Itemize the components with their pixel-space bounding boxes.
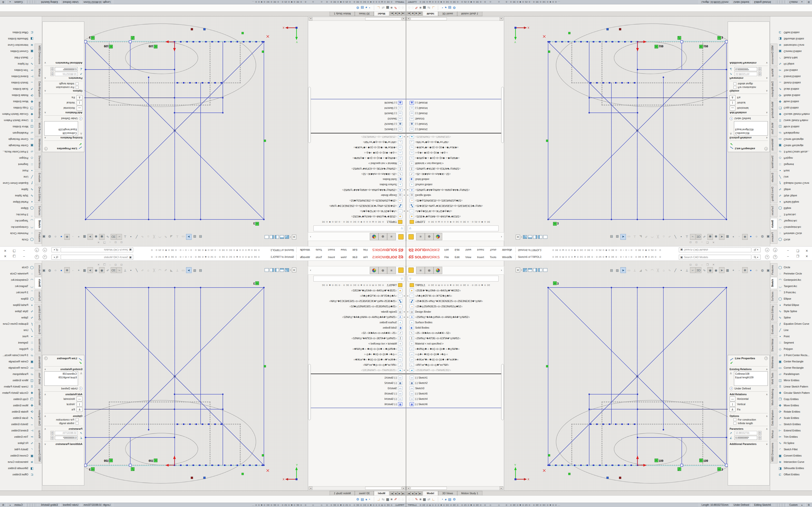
tool-circular-sketch-pattern[interactable]: ❖Circular Sketch Pattern xyxy=(778,111,812,117)
collapse-icon[interactable]: ∧ xyxy=(766,393,768,396)
spin-up-icon[interactable]: ▴ xyxy=(51,69,54,71)
tool-convert-entities[interactable]: ▣Convert Entities xyxy=(0,452,34,459)
tree-item[interactable]: ▱○✚ИN◎✱∙○ ✱⊙[○⊙○]⊙✱ ○∙✱◎NИ✚○ xyxy=(311,156,406,161)
quick-icon[interactable]: ⇄ xyxy=(427,6,430,10)
units-dropdown[interactable]: Custom▲ xyxy=(7,0,25,4)
collapse-icon[interactable]: ∧ xyxy=(44,111,46,114)
relation-entry[interactable]: Equal length109 xyxy=(735,128,767,131)
relation-entry[interactable]: Equal length109 xyxy=(45,376,77,379)
sketch-entities[interactable] xyxy=(86,42,264,219)
tool-sketch-fillet[interactable]: ◜Sketch Fillet xyxy=(778,446,812,452)
add-relation-vertical[interactable]: |Vertical xyxy=(44,101,83,105)
tool-copy-entities[interactable]: ❐Copy Entities xyxy=(778,396,812,402)
tool-circular-sketch-pattern[interactable]: ❖Circular Sketch Pattern xyxy=(0,111,34,117)
quick-icon[interactable]: ◌ xyxy=(412,497,413,501)
option-checkbox[interactable]: Infinite length xyxy=(44,82,79,85)
tool-fit-spline[interactable]: ∿Fit Spline xyxy=(778,440,812,446)
propertymanager-tab[interactable]: ⊕ xyxy=(378,267,387,274)
tool-parallelogram[interactable]: ▱Parallelogram xyxy=(778,371,812,377)
tree-item[interactable]: ▸▰○253ЕИNАП∙○⊙○∙ПАNИЕ352○ xyxy=(311,368,406,373)
tab-mold-tools[interactable]: Mold Tools xyxy=(35,371,42,386)
tool-linear-sketch-pattern[interactable]: ⠿Linear Sketch Pattern xyxy=(0,383,34,390)
sketch-entities[interactable] xyxy=(548,288,726,465)
tree-item[interactable]: ▭(-) Sketch5 xyxy=(406,111,501,116)
restore-button[interactable]: ❐ xyxy=(13,249,16,252)
tree-item[interactable]: ▸▰○253ЕИNАП∙○⊙○∙ПАNИЕ352○ xyxy=(311,134,406,139)
relation-badge[interactable]: ╱ xyxy=(678,467,681,471)
tab-features[interactable]: Features xyxy=(35,263,42,276)
tree-item[interactable]: ★○253Е✚°✱◎ЛАФ○⊙○ФАЛ◎✱°✚Е352○ xyxy=(311,214,406,219)
spinner-control[interactable]: ▴▾ xyxy=(51,67,54,71)
quick-icon[interactable]: ◔ xyxy=(441,497,443,501)
pm-ok-button[interactable]: ✔ xyxy=(44,142,82,146)
tool-segment[interactable]: ∷Segment xyxy=(778,339,812,346)
displaymanager-tab[interactable] xyxy=(370,267,378,274)
tab-nav-button[interactable]: ▶ xyxy=(394,12,398,15)
tool-trim-entities[interactable]: ✂Trim Entities xyxy=(0,434,34,440)
quick-icon[interactable]: ✎ xyxy=(394,6,397,10)
restore-button[interactable]: ❐ xyxy=(796,249,799,252)
tool-center-rectangle[interactable]: ▣Center Rectangle xyxy=(778,143,812,149)
tool-linear-sketch-pattern[interactable]: ⠿Linear Sketch Pattern xyxy=(778,383,812,390)
tree-item[interactable]: Σ○25ИN◎°✚АПЗЕ○⊙○ЕЗПА✚°◎NИ52○ xyxy=(311,166,406,171)
minimize-button[interactable]: – xyxy=(23,255,25,258)
tool-copy-entities[interactable]: ❐Copy Entities xyxy=(778,105,812,111)
search-input[interactable]: ▣ Search CAD Models xyxy=(679,247,751,252)
tree-item[interactable]: ▞○25✚3Е25○ИN◎°✚ЭС3ЕN3Е25○⊙○25Е3NЕ3СЭ✚°◎N… xyxy=(406,203,501,209)
tree-item[interactable]: ▭(-) Sketch1 xyxy=(311,375,406,380)
shell-icon[interactable]: ✇ xyxy=(805,503,812,507)
tree-filter-input[interactable]: ▽ xyxy=(313,225,404,231)
close-button[interactable]: ✕ xyxy=(806,249,808,252)
menu-tools[interactable]: Tools xyxy=(313,247,324,252)
tab-nav-button[interactable]: ▶| xyxy=(390,492,394,495)
spin-down-icon[interactable]: ▾ xyxy=(51,72,54,74)
quick-icon[interactable]: ◌ xyxy=(398,6,400,10)
tool-perimeter-circle[interactable]: ◌Perimeter Circle xyxy=(778,270,812,277)
expand-arrow-icon[interactable]: ▸ xyxy=(406,136,410,138)
tool-intersection-curve[interactable]: ≋Intersection Curve xyxy=(778,42,812,48)
quick-icon[interactable]: ▦ xyxy=(386,6,389,10)
tab-sheet-metal[interactable]: Sheet Metal xyxy=(35,154,42,170)
tab-weldments[interactable]: Weldments xyxy=(35,354,42,370)
tool-style-spline[interactable]: ∿Style Spline xyxy=(0,193,34,199)
checkbox-icon[interactable] xyxy=(75,418,79,421)
tab-nav-button[interactable]: |◀ xyxy=(401,12,405,15)
tree-item[interactable]: ◑○25✱◎25ИN3Е25○⊙○25Е3NИ52◎✱52○ xyxy=(311,304,406,309)
tree-horizontal-scrollbar[interactable]: ◂ ▸ xyxy=(406,486,503,490)
collapse-icon[interactable]: ∧ xyxy=(44,136,46,139)
tree-item[interactable]: ▭(-) Sketch1 xyxy=(406,375,501,380)
tab-nav-button[interactable]: ▶| xyxy=(418,492,422,495)
pin-icon[interactable]: ⚑ xyxy=(300,248,303,252)
units-dropdown[interactable]: Custom▲ xyxy=(7,503,25,507)
quick-icon[interactable]: ▤ xyxy=(361,497,364,501)
relation-badge[interactable]: ▱3 xyxy=(89,36,95,40)
quick-icon[interactable]: ▦ xyxy=(423,6,426,10)
propertymanager-tab[interactable]: ⊕ xyxy=(378,233,387,240)
tab-3d-views[interactable]: 3D Views xyxy=(438,491,457,495)
tool-line[interactable]: ╱Line xyxy=(0,327,34,333)
tree-item[interactable]: ▞○25✚3Е25○ИN◎°✚ЭС3ЕN3Е25○⊙○25Е3NЕ3СЭ✚°◎N… xyxy=(406,298,501,304)
tab-mesh-modeling[interactable]: Mesh Modeling xyxy=(35,387,42,407)
spinner-control[interactable]: ▴▾ xyxy=(758,67,761,71)
tree-item[interactable]: ▸▤Design Binder xyxy=(311,309,406,314)
relation-badge[interactable]: ▱3 xyxy=(253,222,259,225)
tool-3-point-arc[interactable]: ⌒3 Point Arc xyxy=(778,289,812,295)
tree-item[interactable]: ≡Material < not specified > xyxy=(311,161,406,166)
tool-circle[interactable]: ◯Circle xyxy=(0,237,34,243)
tool-spline[interactable]: ∿Spline xyxy=(778,314,812,321)
tool-rotate-entities[interactable]: ⟳Rotate Entities xyxy=(778,408,812,415)
add-relation-vertical[interactable]: |Vertical xyxy=(44,402,83,406)
menu-file[interactable]: File xyxy=(361,247,370,252)
relation-badge[interactable]: =109 xyxy=(149,44,157,48)
expand-icon[interactable]: ∨ xyxy=(44,62,46,64)
tool-partial-ellipse[interactable]: ◖Partial Ellipse xyxy=(0,302,34,308)
scrollbar-thumb[interactable] xyxy=(365,17,401,20)
expand-arrow-icon[interactable]: ▸ xyxy=(406,210,410,213)
tab-nav-button[interactable]: |◀ xyxy=(407,12,411,15)
scroll-right-button[interactable]: ▸ xyxy=(309,17,312,20)
menu-edit[interactable]: Edit xyxy=(452,247,462,252)
scroll-left-button[interactable]: ◂ xyxy=(406,487,410,490)
tree-item[interactable]: ∟○ИN°эе°✱◎○⊙○◎✱°ео°NИ○ xyxy=(311,139,406,145)
spin-down-icon[interactable]: ▾ xyxy=(758,67,761,69)
menu-tools[interactable]: Tools xyxy=(488,255,499,260)
